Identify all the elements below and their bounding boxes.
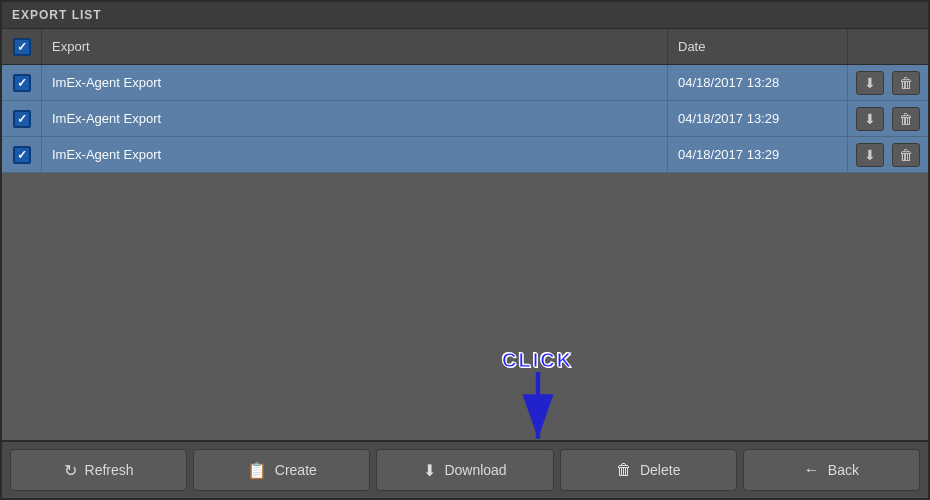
- row-checkbox-3[interactable]: ✓: [2, 137, 42, 172]
- header-checkbox-col: ✓: [2, 29, 42, 64]
- create-icon: 📋: [247, 461, 267, 480]
- download-icon: ⬇: [423, 461, 436, 480]
- back-label: Back: [828, 462, 859, 478]
- table-row: ✓ ImEx-Agent Export 04/18/2017 13:28 ⬇ 🗑: [2, 65, 928, 101]
- refresh-button[interactable]: ↻ Refresh: [10, 449, 187, 491]
- refresh-icon: ↻: [64, 461, 77, 480]
- checkbox-1[interactable]: ✓: [13, 74, 31, 92]
- refresh-label: Refresh: [85, 462, 134, 478]
- header-export-col: Export: [42, 29, 668, 64]
- delete-icon: 🗑: [616, 461, 632, 479]
- row-date-1: 04/18/2017 13:28: [668, 65, 848, 100]
- table-body: ✓ ImEx-Agent Export 04/18/2017 13:28 ⬇ 🗑: [2, 65, 928, 253]
- table-area: ✓ Export Date ✓ ImEx-Agent Ex: [2, 29, 928, 440]
- row-checkbox-2[interactable]: ✓: [2, 101, 42, 136]
- main-content: ✓ Export Date ✓ ImEx-Agent Ex: [2, 29, 928, 440]
- header-date-label: Date: [678, 39, 705, 54]
- create-button[interactable]: 📋 Create: [193, 449, 370, 491]
- checkbox-2[interactable]: ✓: [13, 110, 31, 128]
- download-row-3-button[interactable]: ⬇: [856, 143, 884, 167]
- back-button[interactable]: ← Back: [743, 449, 920, 491]
- header-export-label: Export: [52, 39, 90, 54]
- table-row: ✓ ImEx-Agent Export 04/18/2017 13:29 ⬇ 🗑: [2, 137, 928, 173]
- table-row: ✓ ImEx-Agent Export 04/18/2017 13:29 ⬇ 🗑: [2, 101, 928, 137]
- footer-toolbar: ↻ Refresh 📋 Create ⬇ Download 🗑 Delete ←…: [2, 440, 928, 498]
- empty-table-area: [2, 253, 928, 441]
- row-name-3: ImEx-Agent Export: [42, 137, 668, 172]
- row-actions-3: ⬇ 🗑: [848, 137, 928, 172]
- row-date-3: 04/18/2017 13:29: [668, 137, 848, 172]
- row-name-1: ImEx-Agent Export: [42, 65, 668, 100]
- download-row-2-button[interactable]: ⬇: [856, 107, 884, 131]
- delete-row-3-button[interactable]: 🗑: [892, 143, 920, 167]
- delete-label: Delete: [640, 462, 680, 478]
- download-label: Download: [444, 462, 506, 478]
- delete-row-2-button[interactable]: 🗑: [892, 107, 920, 131]
- download-row-1-button[interactable]: ⬇: [856, 71, 884, 95]
- create-label: Create: [275, 462, 317, 478]
- window-title: EXPORT LIST: [12, 8, 102, 22]
- back-icon: ←: [804, 461, 820, 479]
- title-bar: EXPORT LIST: [2, 2, 928, 29]
- row-date-2: 04/18/2017 13:29: [668, 101, 848, 136]
- table-header: ✓ Export Date: [2, 29, 928, 65]
- download-button[interactable]: ⬇ Download: [376, 449, 553, 491]
- checkbox-3[interactable]: ✓: [13, 146, 31, 164]
- delete-row-1-button[interactable]: 🗑: [892, 71, 920, 95]
- row-actions-1: ⬇ 🗑: [848, 65, 928, 100]
- header-actions-col: [848, 29, 928, 64]
- row-checkbox-1[interactable]: ✓: [2, 65, 42, 100]
- row-actions-2: ⬇ 🗑: [848, 101, 928, 136]
- header-date-col: Date: [668, 29, 848, 64]
- row-name-2: ImEx-Agent Export: [42, 101, 668, 136]
- delete-button[interactable]: 🗑 Delete: [560, 449, 737, 491]
- select-all-checkbox[interactable]: ✓: [13, 38, 31, 56]
- export-list-window: EXPORT LIST ✓ Export Date: [0, 0, 930, 500]
